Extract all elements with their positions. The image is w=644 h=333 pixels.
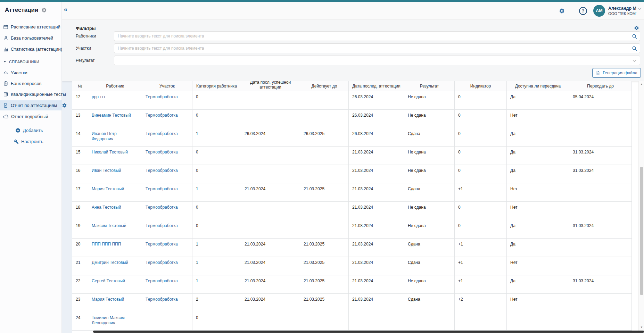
cell-worker-category: 0: [192, 220, 241, 239]
cell-sector[interactable]: Термообработка: [142, 147, 192, 165]
cell-last-success-date: 21.03.2024: [241, 257, 300, 275]
sidebar-collapse-button[interactable]: «: [64, 6, 67, 13]
cell-worker[interactable]: Мария Тестовый: [88, 294, 142, 312]
cell-worker[interactable]: Дмитрий Тестовый: [88, 257, 142, 275]
sidebar-item-user-base[interactable]: База пользователей: [0, 33, 62, 43]
cell-last-success-date: 21.03.2024: [241, 183, 300, 202]
cell-worker[interactable]: Иванов Петр Федорович: [88, 128, 142, 147]
cell-indicator: +2: [455, 294, 507, 312]
cell-result: Не сдана: [404, 110, 455, 128]
sidebar-item-sectors[interactable]: Участки: [0, 68, 62, 77]
cell-result: Сдана: [404, 239, 455, 257]
user-organization: ООО 'ТЕК-КОМ': [608, 11, 641, 16]
sidebar-item-qualification-tests[interactable]: Квалификационные тесты: [0, 89, 62, 99]
cell-worker[interactable]: Томилин Максим Леонидович: [88, 312, 142, 331]
filters-settings-gear-icon[interactable]: [634, 25, 639, 31]
configure-button[interactable]: Настроить: [14, 139, 43, 144]
cell-last-success-date: 21.03.2024: [241, 294, 300, 312]
sidebar-item-detailed-report[interactable]: Отчет подробный: [0, 111, 62, 121]
sectors-search-input[interactable]: [114, 44, 640, 53]
wrench-icon: [14, 139, 19, 144]
report-settings-gear-icon[interactable]: [62, 103, 67, 108]
table-row: 20ППП ППП ПППТермообработка121.03.202421…: [72, 239, 632, 257]
cell-worker-category: 1: [192, 239, 241, 257]
cell-sector[interactable]: Термообработка: [142, 220, 192, 239]
cell-retake-until: [569, 202, 632, 220]
table-left-margin: [62, 81, 72, 333]
sidebar-item-statistics[interactable]: Статистика (аттестации): [0, 44, 62, 54]
cell-worker[interactable]: ППП ППП ППП: [88, 239, 142, 257]
table-row: 13Винеамин ТестовыйТермообработка026.03.…: [72, 110, 632, 128]
cell-valid-until: 21.03.2025: [300, 275, 349, 294]
cell-sector[interactable]: Термообработка: [142, 202, 192, 220]
cell-sector[interactable]: Термообработка: [142, 239, 192, 257]
cell-worker-category: 0: [192, 147, 241, 165]
cell-valid-until: [300, 312, 349, 331]
cell-retake-available: Да: [507, 239, 569, 257]
cell-worker-category: 0: [192, 165, 241, 183]
sidebar-item-attestation-report[interactable]: Отчет по аттестациям: [0, 100, 62, 110]
sidebar-header: Аттестации: [5, 7, 47, 14]
cell-worker[interactable]: Анна Тестовый: [88, 202, 142, 220]
help-icon[interactable]: ?: [579, 7, 587, 15]
horizontal-scrollbar-thumb[interactable]: [93, 331, 644, 333]
cell-last-attestation-date: 21.03.2024: [349, 220, 404, 239]
cell-num: 17: [72, 183, 88, 202]
filter-row-workers: Работники: [62, 31, 644, 41]
user-menu[interactable]: Александр М ООО 'ТЕК-КОМ': [608, 6, 641, 16]
cell-sector[interactable]: Термообработка: [142, 91, 192, 110]
cell-last-attestation-date: 21.03.2024: [349, 165, 404, 183]
app-header: « ? АМ Александр М ООО 'ТЕК-КОМ': [62, 2, 644, 20]
generate-file-button[interactable]: Генерация файла: [592, 68, 641, 78]
sidebar-group-directories[interactable]: СПРАВОЧНИКИ: [0, 57, 62, 67]
cell-retake-until: 05.04.2024: [569, 91, 632, 110]
cell-sector[interactable]: Термообработка: [142, 275, 192, 294]
cell-num: 24: [72, 312, 88, 331]
cell-worker[interactable]: Мария Тестовый: [88, 183, 142, 202]
workers-search-input[interactable]: [114, 32, 640, 41]
cell-retake-until: [569, 294, 632, 312]
table-row: 16Иван ТестовыйТермообработка021.03.2024…: [72, 165, 632, 183]
avatar[interactable]: АМ: [593, 5, 605, 17]
cell-worker[interactable]: Николай Тестовый: [88, 147, 142, 165]
filter-label: Участки: [76, 46, 91, 51]
cell-result: Сдана: [404, 183, 455, 202]
cell-indicator: 0: [455, 91, 507, 110]
cell-sector[interactable]: Термообработка: [142, 165, 192, 183]
cell-worker[interactable]: ррр ттт: [88, 91, 142, 110]
sidebar-item-schedule[interactable]: Расписание аттестаций: [0, 22, 62, 32]
result-select[interactable]: [114, 56, 640, 65]
header-settings-gear-icon[interactable]: [559, 8, 565, 14]
cell-num: 20: [72, 239, 88, 257]
cell-result: Сдана: [404, 257, 455, 275]
cell-sector[interactable]: Термообработка: [142, 183, 192, 202]
vertical-scrollbar-thumb[interactable]: [640, 167, 643, 295]
cell-valid-until: 26.03.2025: [300, 128, 349, 147]
cell-sector[interactable]: Термообработка: [142, 257, 192, 275]
cell-sector[interactable]: Термообработка: [142, 128, 192, 147]
add-button[interactable]: Добавить: [15, 128, 43, 133]
search-icon[interactable]: [631, 33, 637, 40]
cell-sector[interactable]: Термообработка: [142, 110, 192, 128]
app-settings-gear-icon[interactable]: [41, 7, 47, 13]
cell-worker[interactable]: Винеамин Тестовый: [88, 110, 142, 128]
cell-worker[interactable]: Сергей Тестовый: [88, 275, 142, 294]
cell-valid-until: 21.03.2025: [300, 257, 349, 275]
cell-retake-until: [569, 110, 632, 128]
cell-worker[interactable]: Максим Тестовый: [88, 220, 142, 239]
sidebar-item-label: Отчет по аттестациям: [11, 103, 57, 108]
cell-sector[interactable]: Термообработка: [142, 294, 192, 312]
column-header-last-success-date: Дата посл. успешной аттестации: [241, 81, 300, 91]
cell-result: Не сдана: [404, 147, 455, 165]
cell-worker[interactable]: Иван Тестовый: [88, 165, 142, 183]
scroll-up-icon[interactable]: ▲: [639, 82, 644, 87]
sidebar-item-question-bank[interactable]: Банк вопросов: [0, 78, 62, 88]
search-icon[interactable]: [631, 45, 637, 52]
table-row: 19Максим ТестовыйТермообработка021.03.20…: [72, 220, 632, 239]
scroll-down-icon[interactable]: ▼: [639, 325, 644, 330]
vertical-scrollbar[interactable]: ▲ ▼: [638, 81, 644, 333]
cell-last-attestation-date: 21.03.2024: [349, 183, 404, 202]
cell-indicator: +1: [455, 239, 507, 257]
cell-indicator: 0: [455, 110, 507, 128]
cell-num: 21: [72, 257, 88, 275]
